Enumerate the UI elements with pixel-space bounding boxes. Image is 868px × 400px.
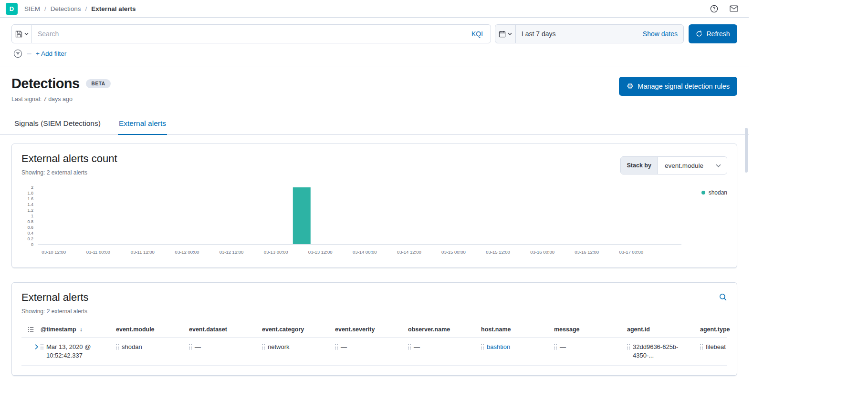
beta-badge: BETA [86, 79, 110, 88]
top-bar: D SIEM Detections External alerts [0, 0, 749, 18]
manage-rules-label: Manage signal detection rules [638, 82, 730, 90]
filter-dash [27, 53, 31, 54]
column-header-event-module[interactable]: event.module [116, 326, 189, 333]
alerts-table: @timestamp event.module event.dataset ev… [21, 323, 727, 366]
page-title: Detections [11, 76, 79, 92]
cell-message[interactable]: — [554, 343, 627, 351]
tab-external-alerts[interactable]: External alerts [118, 114, 167, 135]
column-header-host-name[interactable]: host.name [481, 326, 554, 333]
chevron-down-icon [508, 32, 512, 35]
quick-select-date-button[interactable] [495, 25, 516, 43]
cell-event-dataset[interactable]: — [189, 343, 262, 351]
cell-event-severity[interactable]: — [335, 343, 408, 351]
page-header: Detections BETA Last signal: 7 days ago … [0, 66, 749, 103]
show-dates-button[interactable]: Show dates [643, 25, 683, 43]
save-icon [15, 31, 22, 38]
column-header-event-severity[interactable]: event.severity [335, 326, 408, 333]
app-root: D SIEM Detections External alerts [0, 0, 749, 387]
filter-bar: + Add filter [11, 43, 737, 60]
table-header-row: @timestamp event.module event.dataset ev… [21, 323, 727, 338]
stack-by-select[interactable]: event.module [658, 157, 727, 174]
date-picker: Last 7 days Show dates [495, 24, 684, 43]
add-filter-button[interactable]: + Add filter [36, 50, 66, 57]
breadcrumb: SIEM Detections External alerts [24, 5, 136, 12]
drag-handle-icon [481, 344, 484, 349]
search-box: KQL [31, 24, 491, 43]
legend-dot [701, 191, 705, 195]
chart-x-axis: 03-10 12:0003-11 00:0003-11 12:0003-12 0… [38, 244, 681, 257]
topbar-actions [710, 5, 743, 13]
date-range-value[interactable]: Last 7 days [516, 25, 643, 43]
gear-icon: ⚙ [627, 82, 633, 90]
breadcrumb-siem[interactable]: SIEM [24, 5, 51, 12]
search-group: KQL [11, 24, 491, 43]
cell-observer-name[interactable]: — [408, 343, 481, 351]
app-logo[interactable]: D [6, 3, 18, 15]
cell-agent-id[interactable]: 32dd9636-625b-4350-... [627, 343, 700, 359]
external-alerts-count-panel: External alerts count Showing: 2 externa… [11, 144, 737, 268]
drag-handle-icon [116, 344, 119, 349]
stack-by-control: Stack by event.module [620, 156, 727, 174]
legend-label: shodan [709, 189, 727, 196]
filter-set-icon[interactable] [13, 49, 22, 58]
email-icon[interactable] [730, 5, 738, 12]
refresh-label: Refresh [706, 30, 730, 38]
alerts-count-chart: 00.20.40.60.811.21.41.61.82 03-10 12:000… [21, 187, 727, 258]
column-header-timestamp[interactable]: @timestamp [41, 326, 116, 333]
chart-bar-shodan[interactable] [293, 187, 310, 244]
calendar-icon [499, 31, 506, 38]
chart-y-axis: 00.20.40.60.811.21.41.61.82 [21, 187, 38, 245]
search-input[interactable] [38, 30, 467, 38]
drag-handle-icon [554, 344, 557, 349]
expand-row-button[interactable] [33, 343, 40, 350]
scrollbar-thumb[interactable] [745, 128, 748, 173]
external-alerts-table-panel: External alerts Showing: 2 external aler… [11, 282, 737, 376]
page-content: External alerts count Showing: 2 externa… [0, 135, 749, 387]
cell-agent-type[interactable]: filebeat [700, 343, 727, 351]
kql-syntax-button[interactable]: KQL [471, 30, 485, 38]
drag-handle-icon [627, 344, 630, 349]
drag-handle-icon [335, 344, 338, 349]
cell-host-name[interactable]: bashtion [481, 343, 554, 351]
table-panel-showing: Showing: 2 external alerts [21, 308, 89, 315]
tab-signals[interactable]: Signals (SIEM Detections) [13, 114, 102, 134]
chart-legend: shodan [681, 187, 727, 245]
detections-tabs: Signals (SIEM Detections) External alert… [0, 114, 749, 135]
table-panel-title: External alerts [21, 291, 89, 304]
chevron-right-icon [33, 343, 40, 350]
column-header-agent-type[interactable]: agent.type [700, 326, 727, 333]
chart-plot: 03-10 12:0003-11 00:0003-11 12:0003-12 0… [38, 187, 681, 245]
drag-handle-icon [408, 344, 411, 349]
refresh-icon [696, 31, 702, 37]
chevron-down-icon [24, 32, 29, 35]
column-header-observer-name[interactable]: observer.name [408, 326, 481, 333]
count-panel-title: External alerts count [21, 153, 117, 165]
drag-handle-icon [700, 344, 703, 349]
drag-handle-icon [41, 344, 43, 349]
saved-query-menu-button[interactable] [11, 24, 32, 43]
table-row: Mar 13, 2020 @ 10:52:42.337 shodan — net… [21, 338, 727, 366]
column-header-event-category[interactable]: event.category [262, 326, 335, 333]
column-header-agent-id[interactable]: agent.id [627, 326, 700, 333]
stack-by-label: Stack by [621, 157, 658, 174]
column-header-event-dataset[interactable]: event.dataset [189, 326, 262, 333]
breadcrumb-current: External alerts [91, 5, 136, 12]
breadcrumb-detections[interactable]: Detections [51, 5, 92, 12]
sort-desc-icon [79, 326, 83, 333]
column-header-message[interactable]: message [554, 326, 627, 333]
legend-item-shodan[interactable]: shodan [701, 189, 727, 196]
cell-event-module[interactable]: shodan [116, 343, 189, 351]
cell-event-category[interactable]: network [262, 343, 335, 351]
query-bar-section: KQL Last 7 days Show dates [0, 18, 749, 66]
drag-handle-icon [189, 344, 192, 349]
help-icon[interactable] [710, 5, 718, 13]
host-name-link[interactable]: bashtion [487, 343, 510, 351]
grid-controls-icon[interactable] [28, 326, 34, 333]
count-panel-showing: Showing: 2 external alerts [21, 169, 117, 176]
refresh-button[interactable]: Refresh [689, 24, 737, 43]
stack-by-value: event.module [665, 162, 703, 169]
drag-handle-icon [262, 344, 265, 349]
cell-timestamp[interactable]: Mar 13, 2020 @ 10:52:42.337 [41, 343, 116, 359]
manage-signal-detection-rules-button[interactable]: ⚙ Manage signal detection rules [619, 77, 737, 96]
inspect-icon[interactable] [719, 293, 727, 301]
